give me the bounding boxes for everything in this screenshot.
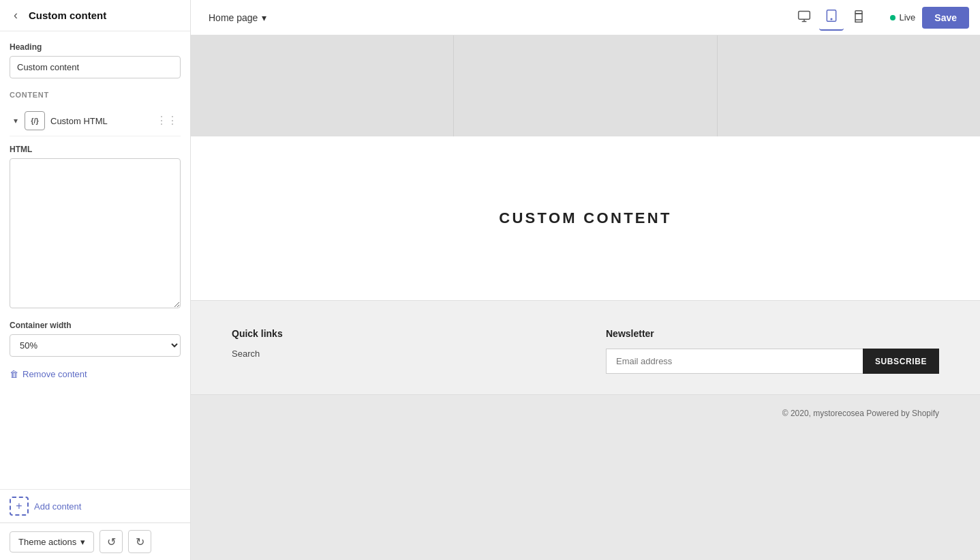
undo-icon: ↺ bbox=[107, 535, 116, 548]
copyright-text: © 2020, mystorecosea Powered by Shopify bbox=[782, 409, 939, 418]
live-label: Live bbox=[899, 12, 915, 23]
add-content-icon: + bbox=[10, 497, 29, 516]
footer-link-search: Search bbox=[232, 349, 565, 359]
subscribe-button[interactable]: SUBSCRIBE bbox=[863, 349, 939, 374]
live-indicator: Live bbox=[890, 12, 915, 23]
topbar: Home page ▾ Live bbox=[191, 0, 980, 35]
custom-content-heading: CUSTOM CONTENT bbox=[499, 209, 672, 227]
hero-col-3 bbox=[718, 35, 980, 136]
html-field-label: HTML bbox=[10, 145, 181, 154]
back-button[interactable]: ‹ bbox=[10, 7, 22, 24]
live-dot bbox=[890, 15, 895, 20]
preview-copyright: © 2020, mystorecosea Powered by Shopify bbox=[191, 394, 980, 432]
add-content-button[interactable]: + Add content bbox=[0, 489, 190, 522]
topbar-right: Live Save bbox=[890, 7, 969, 29]
view-icons bbox=[792, 5, 871, 31]
newsletter-form: SUBSCRIBE bbox=[606, 349, 939, 374]
container-width-label: Container width bbox=[10, 321, 181, 330]
html-icon: {/} bbox=[25, 111, 45, 130]
page-label: Home page bbox=[209, 12, 258, 23]
content-section-label: CONTENT bbox=[10, 91, 181, 99]
content-item: ▾ {/} Custom HTML ⋮⋮ bbox=[10, 106, 181, 136]
svg-rect-0 bbox=[799, 11, 810, 19]
remove-content-button[interactable]: 🗑 Remove content bbox=[10, 366, 87, 382]
footer-newsletter-heading: Newsletter bbox=[606, 328, 939, 339]
heading-label: Heading bbox=[10, 42, 181, 52]
footer-newsletter: Newsletter SUBSCRIBE bbox=[606, 328, 939, 374]
html-textarea[interactable] bbox=[10, 158, 181, 308]
theme-actions-label: Theme actions bbox=[18, 537, 76, 547]
tablet-view-button[interactable] bbox=[819, 5, 844, 31]
email-input[interactable] bbox=[606, 349, 863, 374]
drag-handle[interactable]: ⋮⋮ bbox=[156, 115, 178, 126]
page-chevron-icon: ▾ bbox=[262, 12, 266, 23]
desktop-icon bbox=[797, 10, 811, 23]
sidebar-footer: Theme actions ▾ ↺ ↻ bbox=[0, 522, 190, 560]
theme-actions-button[interactable]: Theme actions ▾ bbox=[10, 531, 94, 552]
preview-hero bbox=[191, 35, 980, 136]
sidebar: ‹ Custom content Heading CONTENT ▾ {/} C… bbox=[0, 0, 191, 560]
hero-col-1 bbox=[191, 35, 454, 136]
custom-content-section: CUSTOM CONTENT bbox=[191, 136, 980, 300]
main-area: Home page ▾ Live bbox=[191, 0, 980, 560]
tablet-icon bbox=[825, 9, 838, 23]
save-button[interactable]: Save bbox=[922, 7, 969, 29]
content-item-label: Custom HTML bbox=[50, 116, 151, 126]
container-width-select[interactable]: 25% 50% 75% 100% bbox=[10, 334, 181, 357]
footer-quick-links-heading: Quick links bbox=[232, 328, 565, 339]
collapse-button[interactable]: ▾ bbox=[12, 115, 19, 127]
mobile-icon bbox=[852, 10, 866, 23]
svg-point-4 bbox=[831, 18, 833, 20]
add-content-label: Add content bbox=[34, 501, 81, 512]
page-selector-button[interactable]: Home page ▾ bbox=[202, 8, 273, 27]
desktop-view-button[interactable] bbox=[792, 5, 816, 30]
redo-button[interactable]: ↻ bbox=[128, 530, 151, 553]
sidebar-body: Heading CONTENT ▾ {/} Custom HTML ⋮⋮ HTM… bbox=[0, 31, 190, 489]
redo-icon: ↻ bbox=[136, 535, 144, 548]
sidebar-title: Custom content bbox=[29, 10, 106, 21]
trash-icon: 🗑 bbox=[10, 369, 18, 379]
mobile-view-button[interactable] bbox=[846, 5, 871, 30]
svg-rect-5 bbox=[855, 13, 862, 22]
footer-quick-links: Quick links Search bbox=[232, 328, 565, 374]
heading-input[interactable] bbox=[10, 56, 181, 78]
preview-area: CUSTOM CONTENT Quick links Search Newsle… bbox=[191, 35, 980, 560]
remove-content-label: Remove content bbox=[22, 369, 87, 379]
preview-footer: Quick links Search Newsletter SUBSCRIBE bbox=[191, 300, 980, 394]
hero-col-2 bbox=[454, 35, 717, 136]
chevron-down-icon: ▾ bbox=[80, 537, 85, 547]
sidebar-header: ‹ Custom content bbox=[0, 0, 190, 31]
undo-button[interactable]: ↺ bbox=[99, 530, 123, 553]
